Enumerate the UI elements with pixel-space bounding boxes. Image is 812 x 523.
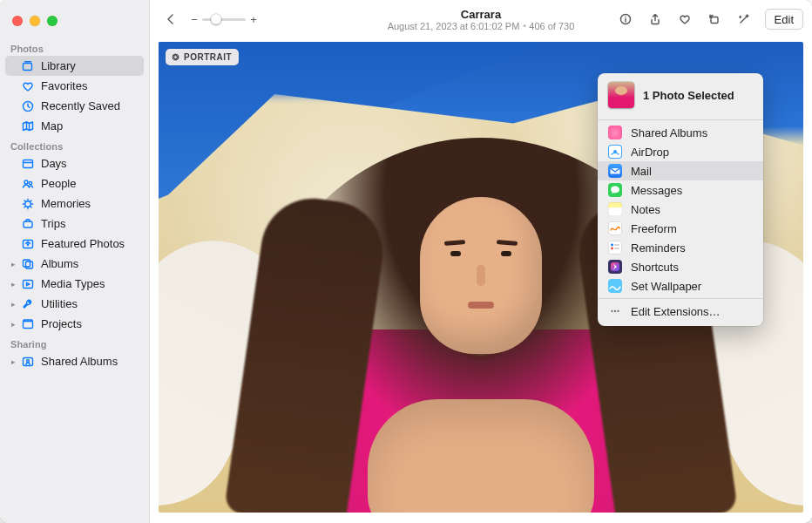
sidebar: Photos Library Favorites Recently Saved … — [0, 0, 150, 523]
sidebar-item-label: Projects — [41, 317, 82, 330]
share-item-label: Set Wallpaper — [631, 280, 701, 293]
svg-point-5 — [25, 200, 30, 206]
share-item-notes[interactable]: Notes — [598, 200, 763, 219]
svg-point-23 — [611, 310, 612, 312]
sidebar-item-label: Trips — [41, 217, 65, 230]
zoom-slider[interactable]: − + — [190, 13, 258, 26]
wallpaper-icon — [608, 279, 622, 293]
albums-icon — [21, 257, 35, 271]
portrait-badge-label: PORTRAIT — [184, 52, 232, 62]
chevron-right-icon[interactable]: ▸ — [9, 320, 17, 329]
chevron-right-icon[interactable]: ▸ — [9, 260, 17, 268]
svg-rect-20 — [614, 244, 619, 246]
sidebar-item-trips[interactable]: Trips — [5, 214, 144, 234]
sidebar-section-sharing: Sharing — [0, 334, 149, 351]
close-window-button[interactable] — [12, 16, 23, 26]
share-item-label: Mail — [631, 165, 652, 178]
sidebar-item-label: Media Types — [41, 277, 105, 290]
sidebar-item-favorites[interactable]: Favorites — [5, 76, 144, 96]
wrench-icon — [21, 297, 35, 311]
share-item-reminders[interactable]: Reminders — [598, 238, 763, 257]
info-button[interactable] — [613, 9, 638, 30]
back-button[interactable] — [159, 9, 183, 30]
svg-rect-6 — [24, 221, 32, 228]
sidebar-item-library[interactable]: Library — [5, 56, 144, 76]
zoom-out-label: − — [190, 13, 199, 26]
share-item-freeform[interactable]: Freeform — [598, 219, 763, 238]
media-types-icon — [21, 277, 35, 291]
auto-enhance-button[interactable] — [732, 9, 756, 30]
photos-app-window: Photos Library Favorites Recently Saved … — [0, 0, 812, 523]
sidebar-item-utilities[interactable]: ▸ Utilities — [5, 294, 144, 314]
share-item-shared-albums[interactable]: Shared Albums — [598, 123, 763, 142]
share-item-set-wallpaper[interactable]: Set Wallpaper — [598, 276, 763, 295]
share-item-label: Freeform — [631, 222, 677, 235]
chevron-right-icon[interactable]: ▸ — [9, 280, 17, 289]
sidebar-item-people[interactable]: People — [5, 173, 144, 194]
share-item-messages[interactable]: Messages — [598, 180, 763, 200]
svg-rect-8 — [24, 260, 30, 267]
sidebar-item-shared-albums[interactable]: ▸ Shared Albums — [5, 351, 144, 371]
svg-point-4 — [29, 181, 31, 184]
shared-albums-icon — [21, 355, 35, 369]
sidebar-item-label: Featured Photos — [41, 237, 125, 250]
rotate-button[interactable] — [702, 9, 727, 30]
sidebar-item-label: Favorites — [41, 79, 87, 92]
zoom-knob[interactable] — [211, 14, 221, 24]
photo-title: Carrara — [388, 8, 575, 21]
edit-button[interactable]: Edit — [765, 9, 803, 30]
notes-app-icon — [608, 202, 622, 216]
sidebar-item-label: People — [41, 177, 76, 190]
photo-viewer: PORTRAIT 1 Photo Selected Shared Albums — [150, 38, 812, 523]
svg-rect-15 — [711, 17, 718, 24]
share-item-label: Edit Extensions… — [631, 305, 721, 318]
mail-app-icon — [608, 164, 622, 178]
sidebar-item-media-types[interactable]: ▸ Media Types — [5, 274, 144, 294]
share-button[interactable] — [643, 9, 667, 30]
freeform-app-icon — [608, 221, 622, 235]
sidebar-item-label: Map — [41, 119, 63, 132]
minimize-window-button[interactable] — [30, 16, 40, 26]
share-item-label: Shortcuts — [631, 261, 679, 274]
shared-albums-app-icon — [608, 126, 622, 139]
toolbar: − + Carrara August 21, 2023 at 6:01:02 P… — [150, 0, 812, 38]
suitcase-icon — [21, 217, 35, 231]
zoom-in-label: + — [249, 13, 258, 26]
sidebar-item-projects[interactable]: ▸ Projects — [5, 314, 144, 334]
sidebar-item-featured-photos[interactable]: Featured Photos — [5, 234, 144, 254]
zoom-track[interactable] — [202, 18, 246, 21]
reminders-app-icon — [608, 241, 622, 255]
memories-icon — [21, 197, 35, 211]
sidebar-item-label: Recently Saved — [41, 99, 120, 112]
share-item-mail[interactable]: Mail — [598, 161, 763, 180]
sidebar-section-photos: Photos — [0, 38, 149, 56]
sidebar-item-map[interactable]: Map — [5, 116, 144, 136]
favorite-button[interactable] — [673, 9, 697, 30]
sidebar-item-days[interactable]: Days — [5, 153, 144, 173]
fullscreen-window-button[interactable] — [47, 16, 58, 26]
heart-icon — [21, 79, 35, 93]
share-item-edit-extensions[interactable]: Edit Extensions… — [598, 302, 763, 321]
main-content: − + Carrara August 21, 2023 at 6:01:02 P… — [150, 0, 812, 523]
window-controls — [0, 7, 149, 38]
separator-dot — [523, 24, 525, 27]
messages-app-icon — [608, 183, 622, 197]
sidebar-item-memories[interactable]: Memories — [5, 194, 144, 214]
shortcuts-app-icon — [608, 260, 622, 274]
share-item-airdrop[interactable]: AirDrop — [598, 142, 763, 161]
svg-point-25 — [617, 310, 619, 312]
svg-point-3 — [24, 180, 28, 184]
share-item-shortcuts[interactable]: Shortcuts — [598, 257, 763, 276]
sidebar-item-albums[interactable]: ▸ Albums — [5, 254, 144, 274]
menu-separator — [598, 119, 763, 120]
svg-rect-9 — [26, 262, 33, 268]
chevron-right-icon[interactable]: ▸ — [9, 357, 17, 366]
airdrop-icon — [608, 145, 622, 159]
sidebar-item-label: Utilities — [41, 297, 78, 310]
photo-stack-icon — [21, 59, 35, 73]
sparkle-photo-icon — [21, 237, 35, 251]
sidebar-item-recently-saved[interactable]: Recently Saved — [5, 96, 144, 116]
share-item-label: Reminders — [631, 241, 686, 255]
chevron-right-icon[interactable]: ▸ — [9, 300, 17, 309]
sidebar-item-label: Albums — [41, 257, 78, 270]
